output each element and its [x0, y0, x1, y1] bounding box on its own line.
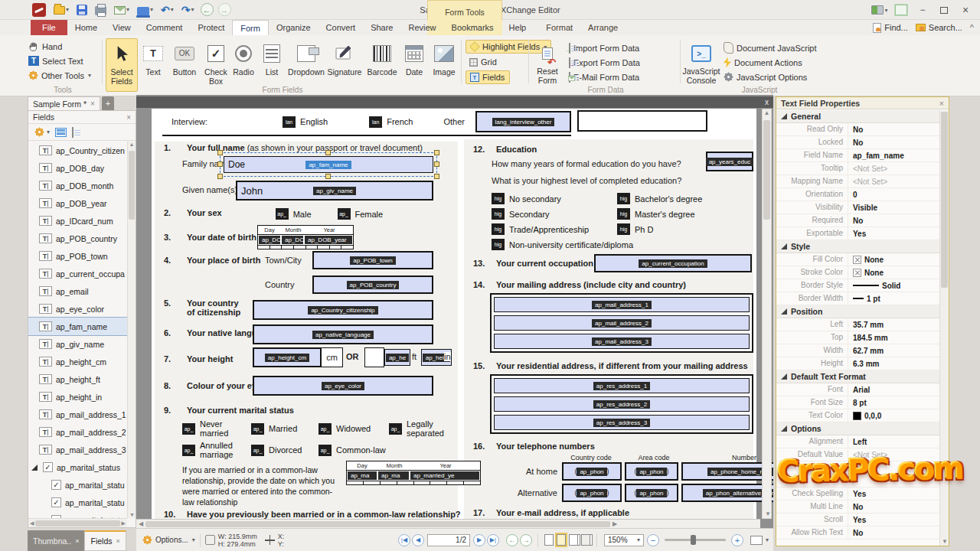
signature-field-button[interactable]: Signature	[326, 40, 363, 77]
prop-value[interactable]: 35.7 mm	[848, 321, 884, 329]
prop-row[interactable]: LockedNo	[776, 136, 939, 149]
alt-area-code-field[interactable]: (ap_phon)	[625, 484, 678, 502]
email-button[interactable]: ▾	[113, 2, 131, 18]
citizenship-field[interactable]: ap_Country_citizenship	[253, 300, 433, 320]
fields-options-button[interactable]: ▾	[34, 127, 50, 137]
sex-male-checkbox[interactable]: ap_Male	[276, 208, 312, 220]
alt-country-code-field[interactable]: (ap_phon)	[562, 484, 622, 502]
email-form-data-button[interactable]: E-Mail Form Data	[567, 70, 642, 84]
resize-handle[interactable]	[217, 150, 223, 155]
prop-row[interactable]: Left35.7 mm	[776, 318, 939, 331]
save-button[interactable]	[75, 2, 89, 18]
import-form-data-button[interactable]: →Import Form Data	[567, 41, 642, 55]
date-field-button[interactable]: Date	[401, 40, 427, 77]
close-tab-icon[interactable]: ×	[75, 537, 79, 545]
prop-row[interactable]: Orientation0	[776, 188, 939, 201]
fields-toggle[interactable]: TFields	[466, 70, 510, 84]
prop-row[interactable]: Font Size8 pt	[776, 396, 939, 409]
barcode-field-button[interactable]: Barcode	[364, 40, 400, 77]
tab-organize[interactable]: Organize	[269, 20, 318, 35]
field-item[interactable]: Tap_DOB_year	[28, 194, 127, 212]
field-item[interactable]: Tap_DOB_month	[28, 177, 127, 194]
tab-form[interactable]: Form	[232, 20, 269, 35]
section-options[interactable]: Options	[776, 422, 939, 435]
section-style[interactable]: Style	[776, 240, 939, 253]
document-javascript-button[interactable]: Document JavaScript	[721, 41, 819, 55]
prop-row[interactable]: Border Width1 pt	[776, 292, 939, 305]
res-address-2-field[interactable]: ap_res_address_2	[494, 396, 750, 412]
res-address-1-field[interactable]: ap_res_address_1	[494, 378, 750, 393]
fit-page-button[interactable]	[750, 536, 763, 545]
native-language-field[interactable]: ap_native_language	[253, 324, 433, 344]
find-button[interactable]: Find...	[873, 23, 908, 33]
redo-button[interactable]: ↷▾	[180, 2, 196, 18]
field-item[interactable]: Tap_giv_name	[28, 335, 127, 353]
select-text-button[interactable]: T Select Text	[26, 54, 93, 68]
open-button[interactable]: ▾	[52, 2, 70, 18]
scroll-down-icon[interactable]: ▼	[942, 538, 948, 545]
close-tab-icon[interactable]: ×	[90, 99, 95, 108]
prop-row[interactable]: Tooltip<Not Set>	[776, 162, 939, 175]
field-child-item[interactable]: ✓ap_marital_statu	[28, 494, 127, 511]
dob-table[interactable]: DayMonthYear ap_DOap_DOap_DOB_year	[257, 225, 354, 249]
prop-value[interactable]: Solid	[848, 282, 900, 290]
document-horizontal-scrollbar[interactable]: ◀▶	[136, 519, 760, 528]
scroll-right-icon[interactable]: ▶	[122, 520, 126, 527]
stamp-button[interactable]: ▾	[136, 2, 155, 18]
close-panel-icon[interactable]: ×	[939, 99, 944, 108]
field-item[interactable]: Tap_mail_address_1	[28, 406, 127, 423]
mail-address-2-field[interactable]: ap_mail_address_2	[494, 315, 750, 331]
prop-value[interactable]: 62.7 mm	[848, 347, 884, 355]
field-group-item[interactable]: ✓ap_marital_status	[28, 458, 127, 476]
collapse-ribbon-button[interactable]: ^	[970, 23, 974, 32]
res-address-3-field[interactable]: ap_res_address_3	[494, 415, 750, 430]
prop-row[interactable]: VisibilityVisible	[776, 201, 939, 214]
field-item[interactable]: Tap_height_in	[28, 388, 127, 406]
prop-value[interactable]: Arial	[848, 386, 870, 394]
bachelors-checkbox[interactable]: higBachelor's degree	[617, 193, 702, 204]
fields-vertical-scrollbar[interactable]: ▲▼	[127, 142, 136, 518]
home-country-code-field[interactable]: (ap_phon)	[562, 462, 622, 481]
non-university-checkbox[interactable]: higNon-university certificate/diploma	[492, 239, 633, 250]
history-back-button[interactable]: ←	[201, 3, 214, 16]
field-item[interactable]: Tap_DOB_day	[28, 159, 127, 177]
sex-female-checkbox[interactable]: ap_Female	[338, 208, 384, 220]
select-fields-button[interactable]: Select Fields	[106, 38, 138, 92]
scroll-down-icon[interactable]: ▼	[129, 512, 135, 517]
tab-arrange[interactable]: Arrange	[580, 20, 626, 35]
prop-value[interactable]: 0,0,0	[848, 412, 881, 420]
javascript-options-button[interactable]: JavaScript Options	[721, 70, 819, 84]
zoom-slider[interactable]	[665, 539, 726, 541]
first-page-button[interactable]: |◀	[398, 534, 410, 546]
scroll-left-icon[interactable]: ◀	[30, 520, 34, 527]
section-general[interactable]: General	[776, 110, 939, 123]
field-item[interactable]: Tap_POB_town	[28, 247, 127, 265]
previous-page-button[interactable]: ◀	[412, 534, 424, 546]
prop-value[interactable]: ap_fam_name	[848, 152, 904, 160]
resize-handle[interactable]	[434, 161, 439, 167]
prop-value[interactable]: Yes	[848, 490, 866, 498]
zoom-out-button[interactable]: −	[647, 534, 659, 546]
close-document-icon[interactable]: x	[765, 98, 769, 106]
scroll-up-icon[interactable]: ▲	[129, 142, 135, 147]
secondary-checkbox[interactable]: higSecondary	[492, 208, 633, 220]
statusbar-options-button[interactable]: Options... ▾	[142, 535, 195, 545]
prop-row[interactable]: ExportableYes	[776, 227, 939, 240]
display-switch-button[interactable]: ▾	[870, 2, 890, 18]
prop-row[interactable]: Allow Rich TextNo	[776, 527, 939, 540]
home-area-code-field[interactable]: (ap_phon)	[625, 462, 678, 481]
prop-row[interactable]: Top184.5 mm	[776, 331, 939, 344]
undo-button[interactable]: ↶▾	[159, 2, 175, 18]
prop-row[interactable]: Height6.3 mm	[776, 357, 939, 370]
prop-value[interactable]: <Not Set>	[848, 165, 887, 173]
field-item[interactable]: Tap_email	[28, 282, 127, 300]
tab-home[interactable]: Home	[67, 20, 105, 35]
prop-row[interactable]: Field Nameap_fam_name	[776, 149, 939, 162]
export-form-data-button[interactable]: →Export Form Data	[567, 55, 642, 70]
prop-value[interactable]: Visible	[848, 204, 877, 212]
image-field-button[interactable]: Image	[429, 40, 459, 77]
pob-country-field[interactable]: ap_POB_country	[312, 276, 433, 294]
dropdown-field-button[interactable]: Dropdown	[286, 40, 326, 77]
zoom-slider-knob[interactable]	[691, 535, 696, 545]
print-button[interactable]	[93, 2, 108, 18]
